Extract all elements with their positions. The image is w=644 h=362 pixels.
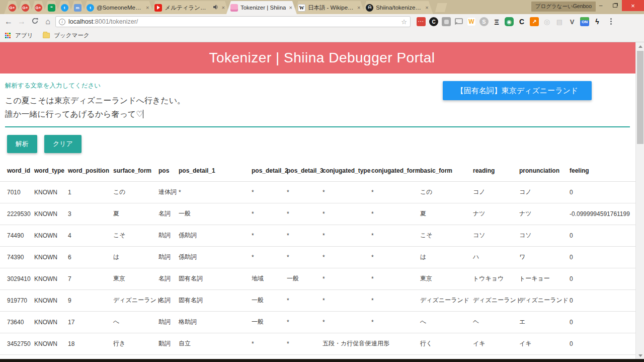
table-cell: *: [371, 289, 420, 311]
analyze-button[interactable]: 解析: [7, 135, 37, 153]
wikipedia-icon: W: [298, 4, 305, 12]
people-extension-icon[interactable]: [442, 17, 451, 26]
mon-extension-icon[interactable]: ON: [580, 17, 589, 26]
table-cell: 動詞: [158, 333, 179, 354]
table-cell: こそ: [420, 225, 473, 246]
table-cell: 0: [570, 268, 635, 289]
page-extension-icon[interactable]: ▤: [555, 17, 564, 26]
scrollbar-thumb[interactable]: [637, 51, 643, 144]
table-cell: *: [179, 181, 252, 203]
tab-youtube[interactable]: メルティランドナイト ×: [150, 1, 229, 14]
tab-close-icon[interactable]: ×: [288, 5, 292, 11]
table-cell: *: [252, 225, 287, 246]
pinned-tab-twitter[interactable]: t: [56, 1, 72, 14]
table-cell: 0: [570, 289, 635, 311]
crescent-extension-icon[interactable]: C: [517, 17, 526, 26]
disabled-extension-icon[interactable]: ◎: [542, 17, 551, 26]
back-button[interactable]: ←: [3, 17, 14, 26]
clear-button[interactable]: クリア: [44, 135, 82, 153]
table-cell: ハ: [473, 246, 519, 268]
tab-github[interactable]: ᗣ Shiina/tokenizer.js ×: [362, 1, 433, 14]
page-scrollbar[interactable]: [635, 42, 644, 362]
tab-wikipedia[interactable]: W 日本語 - Wikipedia ×: [294, 1, 365, 14]
forward-button[interactable]: →: [16, 17, 27, 26]
url-path: :8001/tokenizer/: [93, 18, 138, 25]
pinned-tab-mastodon[interactable]: m: [69, 1, 86, 14]
table-cell: コノ: [473, 181, 519, 203]
layers-extension-icon[interactable]: Ξ: [492, 17, 501, 26]
s-extension-icon[interactable]: S: [479, 17, 489, 26]
youtube-icon: [154, 4, 162, 12]
table-cell: *: [323, 203, 371, 225]
table-cell: 連体詞: [158, 181, 179, 203]
tab-tokenizer-active[interactable]: Tokenizer | Shiina ×: [226, 1, 297, 14]
scroll-down-arrow-icon[interactable]: [638, 354, 642, 357]
restore-button[interactable]: [608, 0, 622, 11]
column-header: basic_form: [420, 161, 473, 181]
table-cell: 0: [570, 333, 635, 354]
dark-c-extension-icon[interactable]: C: [429, 17, 438, 26]
table-row: 919770KNOWN9ディズニーランド名詞固有名詞一般***ディズニーランドデ…: [0, 289, 635, 311]
table-cell: 3452750: [0, 333, 34, 354]
close-button[interactable]: ×: [622, 0, 644, 11]
page-title: Tokenizer | Shiina Debugger Portal: [209, 50, 435, 66]
minimize-button[interactable]: –: [594, 0, 608, 11]
table-cell: 0: [570, 311, 635, 333]
pinned-tab-google-plus[interactable]: G+: [4, 1, 20, 14]
table-cell: 6: [68, 246, 113, 268]
w-extension-icon[interactable]: W: [467, 17, 476, 26]
tab-close-icon[interactable]: ×: [145, 5, 149, 11]
table-cell: *: [252, 203, 287, 225]
v-extension-icon[interactable]: V: [568, 17, 577, 26]
google-plus-icon: G+: [9, 4, 16, 12]
table-cell: 名詞: [158, 289, 179, 311]
profile-label[interactable]: プログラなーいGenboo: [531, 2, 596, 12]
proper-noun-chip-button[interactable]: 【固有名詞】東京ディズニーランド: [443, 81, 592, 100]
reload-button[interactable]: [29, 17, 40, 27]
table-cell: KNOWN: [34, 289, 68, 311]
table-cell: *: [252, 333, 287, 354]
table-cell: 東京: [113, 268, 158, 289]
column-header: conjugated_type: [323, 161, 371, 181]
table-cell: 行く: [420, 333, 473, 354]
chart-extension-icon[interactable]: ↗: [530, 17, 539, 26]
cast-extension-icon[interactable]: [454, 17, 463, 26]
audio-speaker-icon[interactable]: [213, 5, 218, 11]
table-cell: へ: [113, 311, 158, 333]
restore-icon: [613, 4, 617, 8]
table-cell: *: [371, 181, 420, 203]
pinned-tab-google-plus[interactable]: G+: [30, 1, 46, 14]
password-extension-icon[interactable]: ···: [417, 17, 426, 26]
tab-close-icon[interactable]: ×: [425, 5, 429, 11]
tab-close-icon[interactable]: ×: [221, 5, 225, 11]
table-cell: *: [323, 268, 371, 289]
bookmark-star-icon[interactable]: ☆: [401, 18, 407, 26]
home-button[interactable]: ⌂: [42, 17, 53, 26]
table-cell: ヘ: [473, 311, 519, 333]
table-cell: -0.0999994591761199: [570, 203, 635, 225]
pinned-tab-google-plus[interactable]: G+: [17, 1, 33, 14]
extensions-row: ··· C W S Ξ ◉ C ↗ ◎ ▤ V ON ϟ: [417, 17, 615, 26]
table-cell: 連用形: [371, 333, 420, 354]
apps-grid-icon[interactable]: [5, 33, 11, 39]
lightning-extension-icon[interactable]: ϟ: [593, 17, 602, 26]
eye-extension-icon[interactable]: ◉: [505, 17, 514, 26]
chrome-menu-icon[interactable]: [606, 17, 615, 26]
table-cell: KNOWN: [34, 311, 68, 333]
tab-twitter-mention[interactable]: t @SomeoneMentsu ×: [83, 1, 153, 14]
scroll-up-arrow-icon[interactable]: [638, 45, 642, 48]
page-info-icon[interactable]: i: [59, 19, 65, 25]
url-text[interactable]: localhost:8001/tokenizer/: [68, 18, 138, 25]
bookmark-folder-icon[interactable]: [43, 33, 50, 38]
table-cell: 7: [68, 268, 113, 289]
tab-title: @SomeoneMentsu: [97, 5, 143, 11]
input-line-2: 誰か一緒に行ってあげるから奢って♡: [5, 107, 630, 121]
pinned-tab-hangouts[interactable]: ❝: [43, 1, 59, 14]
apps-label[interactable]: アプリ: [15, 32, 33, 39]
table-cell: 名詞: [158, 268, 179, 289]
new-tab-button[interactable]: [435, 3, 447, 12]
tab-close-icon[interactable]: ×: [357, 5, 361, 11]
bookmark-folder-label[interactable]: ブックマーク: [54, 32, 89, 39]
address-bar[interactable]: i localhost:8001/tokenizer/ ☆: [55, 16, 411, 27]
input-section: 解析する文章を入力してください この夏こそは東京ディズニーランドへ行きたい。 誰…: [0, 74, 644, 127]
